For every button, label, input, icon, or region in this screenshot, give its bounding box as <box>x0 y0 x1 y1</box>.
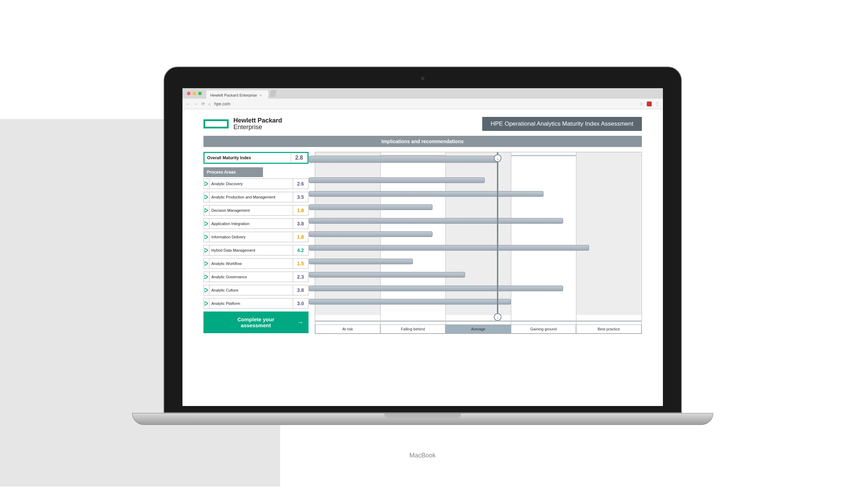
process-area-label: Information Delivery <box>209 235 293 239</box>
process-area-row[interactable]: Hybrid Data Management4.2 <box>203 245 309 255</box>
zone-label[interactable]: At risk <box>315 324 380 334</box>
expand-triangle-icon[interactable] <box>204 232 209 242</box>
svg-marker-4 <box>205 235 208 239</box>
expand-triangle-icon[interactable] <box>204 285 209 295</box>
browser-tab-strip: Hewlett Packard Enterprise × <box>182 88 663 99</box>
camera-icon <box>421 76 425 80</box>
process-area-label: Analytic Discovery <box>209 182 293 186</box>
process-area-label: Analytic Production and Management <box>209 195 293 199</box>
svg-marker-9 <box>205 301 208 306</box>
window-maximize-icon[interactable] <box>198 92 202 95</box>
svg-marker-8 <box>205 288 208 292</box>
device-label: MacBook <box>132 452 713 459</box>
process-area-row[interactable]: Analytic Culture3.8 <box>203 285 309 295</box>
expand-triangle-icon[interactable] <box>204 192 209 202</box>
expand-triangle-icon[interactable] <box>204 179 209 189</box>
process-area-row[interactable]: Decision Management1.8 <box>203 205 309 216</box>
expand-triangle-icon[interactable] <box>204 259 209 268</box>
back-icon[interactable]: ← <box>186 102 190 106</box>
expand-triangle-icon[interactable] <box>204 205 209 215</box>
expand-triangle-icon[interactable] <box>204 245 209 255</box>
process-area-row[interactable]: Application Integration3.8 <box>203 218 309 229</box>
page-content: Hewlett Packard Enterprise HPE Operation… <box>182 109 663 344</box>
menu-icon[interactable]: ⋮ <box>655 102 659 106</box>
process-area-label: Application Integration <box>209 222 293 226</box>
process-areas-header: Process Areas <box>203 167 263 177</box>
process-area-value: 2.6 <box>293 179 308 189</box>
window-minimize-icon[interactable] <box>193 92 196 95</box>
process-bar <box>309 218 563 224</box>
extension-icon[interactable] <box>647 102 652 106</box>
svg-marker-6 <box>205 261 208 266</box>
svg-marker-5 <box>205 248 208 252</box>
process-bar <box>309 299 511 304</box>
process-area-label: Analytic Governance <box>209 275 293 279</box>
chart-rule-bottom <box>315 321 642 322</box>
process-area-label: Hybrid Data Management <box>209 248 293 252</box>
left-column: Overall Maturity Index 2.8 Process Areas… <box>203 152 309 334</box>
zone-label[interactable]: Best practice <box>576 324 641 334</box>
zone-divider <box>511 152 511 325</box>
process-bar <box>309 245 589 251</box>
process-bar <box>309 259 413 264</box>
process-area-value: 3.8 <box>293 219 308 229</box>
close-tab-icon[interactable]: × <box>260 93 262 97</box>
hpe-logo-mark <box>203 119 229 128</box>
svg-marker-1 <box>205 195 208 199</box>
process-area-row[interactable]: Analytic Production and Management3.5 <box>203 192 309 202</box>
svg-marker-0 <box>205 182 208 186</box>
new-tab-button[interactable] <box>270 90 277 97</box>
process-area-label: Analytic Platform <box>209 301 293 306</box>
complete-assessment-button[interactable]: Complete your assessment → <box>203 312 309 333</box>
bookmark-icon[interactable]: ☆ <box>639 102 643 106</box>
process-area-row[interactable]: Analytic Workflow1.5 <box>203 258 309 269</box>
process-area-value: 3.8 <box>293 285 308 295</box>
window-close-icon[interactable] <box>187 92 191 95</box>
process-area-label: Decision Management <box>209 208 293 212</box>
zone-label[interactable]: Falling behind <box>380 324 445 334</box>
process-area-value: 4.2 <box>293 245 308 255</box>
forward-icon[interactable]: → <box>194 102 198 106</box>
zone-label[interactable]: Gaining ground <box>511 324 576 334</box>
average-marker-line <box>497 152 498 315</box>
laptop-notch <box>384 413 461 418</box>
process-area-row[interactable]: Analytic Governance2.3 <box>203 272 309 282</box>
browser-toolbar: ← → ⟳ ⌂ hpe.com ☆ ⋮ <box>182 99 663 109</box>
svg-marker-2 <box>205 208 208 212</box>
expand-triangle-icon[interactable] <box>204 272 209 282</box>
laptop-mockup: Hewlett Packard Enterprise × ← → ⟳ ⌂ hpe… <box>132 66 713 438</box>
process-area-value: 1.8 <box>293 232 308 242</box>
url-text[interactable]: hpe.com <box>214 102 230 106</box>
expand-triangle-icon[interactable] <box>204 299 209 308</box>
logo-line1: Hewlett Packard <box>234 117 282 124</box>
reload-icon[interactable]: ⟳ <box>201 102 205 106</box>
process-bar <box>309 286 563 291</box>
svg-marker-7 <box>205 275 208 279</box>
process-area-row[interactable]: Information Delivery1.8 <box>203 232 309 242</box>
section-header: Implications and recommendations <box>203 136 642 147</box>
page-title: HPE Operational Analytics Maturity Index… <box>482 117 642 131</box>
overall-index-box[interactable]: Overall Maturity Index 2.8 <box>203 152 309 164</box>
overall-label: Overall Maturity Index <box>205 155 291 160</box>
hpe-logo-text: Hewlett Packard Enterprise <box>234 117 282 131</box>
process-area-value: 3.5 <box>293 192 308 202</box>
process-area-value: 1.8 <box>293 205 308 215</box>
process-bar <box>309 177 485 183</box>
home-icon[interactable]: ⌂ <box>208 102 211 106</box>
process-area-row[interactable]: Analytic Discovery2.6 <box>203 178 309 189</box>
browser-tab[interactable]: Hewlett Packard Enterprise × <box>206 90 268 99</box>
hpe-logo: Hewlett Packard Enterprise <box>203 117 282 131</box>
process-bar <box>309 231 433 237</box>
process-area-label: Analytic Workflow <box>209 261 293 266</box>
marker-handle-icon[interactable]: ↓ <box>494 313 501 321</box>
process-area-row[interactable]: Analytic Platform3.0 <box>203 298 309 309</box>
expand-triangle-icon[interactable] <box>204 219 209 229</box>
overall-value: 2.8 <box>291 153 307 163</box>
zone-column-shade <box>576 152 641 315</box>
process-area-label: Analytic Culture <box>209 288 293 292</box>
svg-marker-3 <box>205 222 208 226</box>
overall-bar <box>309 156 498 163</box>
chart-area: At riskFalling behindAverageGaining grou… <box>315 152 642 334</box>
tab-title: Hewlett Packard Enterprise <box>210 93 257 97</box>
zone-label[interactable]: Average <box>445 324 511 334</box>
